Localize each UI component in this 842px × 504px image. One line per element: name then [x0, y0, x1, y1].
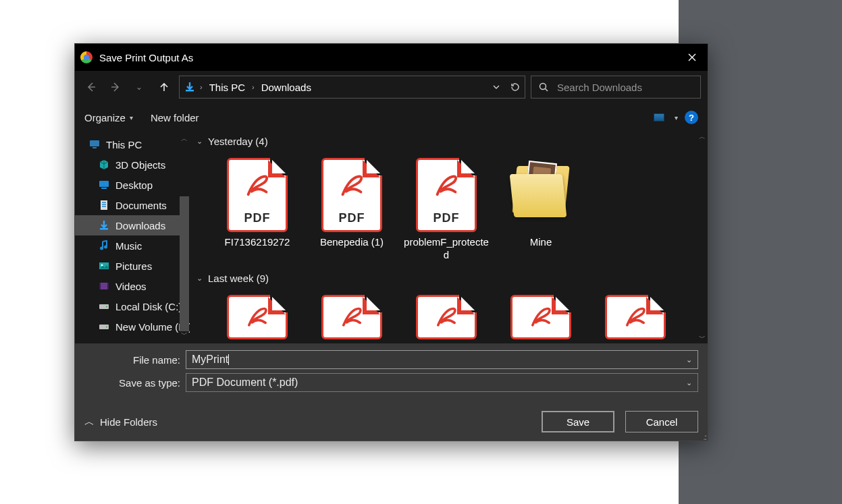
search-box[interactable] [531, 76, 701, 99]
folder-thumbnail [510, 158, 571, 232]
file-item[interactable]: PDF [494, 291, 588, 344]
download-icon [98, 219, 110, 231]
cancel-button[interactable]: Cancel [625, 411, 698, 432]
nav-forward-button[interactable] [106, 78, 125, 96]
group-header-lastweek[interactable]: ⌄ Last week (9) [190, 269, 708, 287]
savetype-dropdown[interactable]: ⌄ [686, 379, 692, 387]
filename-field[interactable]: MyPrint ⌄ [186, 350, 698, 369]
file-item[interactable]: PDFBenepedia (1) [305, 154, 399, 266]
svg-point-1 [540, 84, 546, 90]
view-mode-button[interactable] [650, 110, 668, 125]
text-cursor [228, 354, 229, 365]
file-item[interactable]: PDF [588, 291, 683, 344]
savetype-label: Save as type: [84, 377, 180, 389]
view-mode-dropdown[interactable]: ▾ [675, 114, 678, 121]
tree-item-desktop[interactable]: Desktop [75, 175, 189, 195]
file-list[interactable]: ⌄ Yesterday (4) PDFFI7136219272PDFBenepe… [190, 132, 708, 343]
new-folder-button[interactable]: New folder [151, 112, 199, 123]
cube-icon [98, 159, 110, 171]
breadcrumb-root[interactable]: This PC [207, 80, 248, 94]
downloads-icon [184, 81, 196, 93]
svg-rect-3 [93, 147, 97, 148]
address-bar[interactable]: › This PC › Downloads [179, 76, 525, 99]
desktop-icon [98, 179, 110, 191]
dialog-footer: File name: MyPrint ⌄ Save as type: PDF D… [75, 343, 708, 441]
disk-icon [98, 320, 110, 333]
file-name-label: Mine [530, 236, 552, 249]
crumb-sep-icon: › [200, 83, 203, 91]
svg-point-9 [104, 246, 107, 249]
close-button[interactable] [677, 44, 708, 71]
tree-item-documents[interactable]: Documents [75, 195, 189, 215]
organize-button[interactable]: Organize [84, 112, 133, 123]
toolbar: Organize New folder ▾ ? [75, 103, 708, 132]
folder-tree[interactable]: ︿ This PC3D ObjectsDesktopDocumentsDownl… [75, 132, 190, 343]
hide-folders-button[interactable]: ︿ Hide Folders [84, 416, 157, 428]
nav-recent-button[interactable] [130, 78, 149, 96]
tree-item-music[interactable]: Music [75, 235, 189, 256]
tree-item-local-disk-c-[interactable]: Local Disk (C:) [75, 296, 189, 316]
file-item[interactable]: PDF [210, 291, 305, 344]
tree-item-3d-objects[interactable]: 3D Objects [75, 155, 189, 175]
refresh-button[interactable] [510, 82, 521, 92]
svg-rect-4 [99, 181, 109, 187]
svg-rect-13 [99, 283, 101, 289]
breadcrumb-current[interactable]: Downloads [259, 80, 314, 94]
pdf-thumbnail: PDF [416, 295, 477, 344]
svg-point-18 [106, 327, 107, 328]
tree-scroll-up-icon[interactable]: ︿ [181, 134, 188, 144]
navigation-row: › This PC › Downloads [75, 71, 708, 103]
music-icon [98, 240, 110, 252]
tree-item-videos[interactable]: Videos [75, 276, 189, 296]
tree-item-label: Downloads [115, 220, 165, 231]
tree-scroll-down-icon[interactable]: ﹀ [181, 330, 188, 339]
address-dropdown-button[interactable] [492, 83, 500, 91]
pc-icon [88, 138, 101, 150]
pdf-thumbnail: PDF [605, 295, 666, 344]
tree-item-new-volume-d-[interactable]: New Volume (D:) [75, 316, 189, 337]
tree-item-label: Documents [115, 200, 167, 211]
group-label: Last week (9) [208, 273, 269, 284]
nav-back-button[interactable] [82, 78, 101, 96]
search-input[interactable] [557, 82, 693, 93]
tree-item-label: Desktop [115, 179, 153, 191]
group-header-yesterday[interactable]: ⌄ Yesterday (4) [190, 132, 708, 150]
svg-point-11 [101, 264, 103, 267]
file-name-label: FI7136219272 [225, 236, 290, 249]
svg-point-16 [106, 306, 107, 308]
file-item[interactable]: PDF [305, 291, 399, 344]
filename-history-dropdown[interactable]: ⌄ [686, 356, 692, 364]
scroll-down-icon[interactable]: ﹀ [697, 333, 708, 343]
scroll-up-icon[interactable]: ︿ [697, 132, 708, 142]
doc-icon [98, 199, 110, 211]
pdf-thumbnail: PDF [416, 158, 477, 232]
chevron-up-icon: ︿ [84, 416, 95, 428]
pictures-icon [98, 260, 110, 272]
save-button[interactable]: Save [542, 411, 614, 432]
svg-rect-14 [107, 283, 109, 289]
dialog-title: Save Print Output As [99, 52, 677, 63]
file-name-label: Benepedia (1) [320, 236, 384, 249]
tree-item-this-pc[interactable]: This PC [75, 134, 189, 155]
svg-point-8 [100, 247, 103, 250]
files-scrollbar[interactable]: ︿ ﹀ [697, 132, 708, 343]
nav-up-button[interactable] [155, 78, 174, 96]
pdf-thumbnail: PDF [227, 158, 288, 232]
save-as-dialog: Save Print Output As › This PC › Downloa… [74, 43, 708, 441]
tree-item-downloads[interactable]: Downloads [75, 215, 189, 235]
titlebar[interactable]: Save Print Output As [75, 44, 708, 71]
help-button[interactable]: ? [685, 111, 698, 124]
tree-item-label: Pictures [115, 260, 152, 272]
tree-item-pictures[interactable]: Pictures [75, 256, 189, 276]
file-item[interactable]: PDFproblemF_protected [399, 154, 494, 266]
pdf-thumbnail: PDF [321, 295, 382, 344]
file-item[interactable]: Mine [494, 154, 588, 266]
file-item[interactable]: PDFFI7136219272 [210, 154, 305, 266]
crumb-sep-icon: › [252, 83, 255, 91]
file-name-label: problemF_protected [403, 236, 490, 262]
savetype-field[interactable]: PDF Document (*.pdf) ⌄ [186, 373, 698, 392]
tree-scrollbar-thumb[interactable] [180, 196, 189, 331]
tree-item-label: Music [115, 240, 142, 252]
hide-folders-label: Hide Folders [100, 416, 157, 428]
file-item[interactable]: PDF [399, 291, 494, 344]
